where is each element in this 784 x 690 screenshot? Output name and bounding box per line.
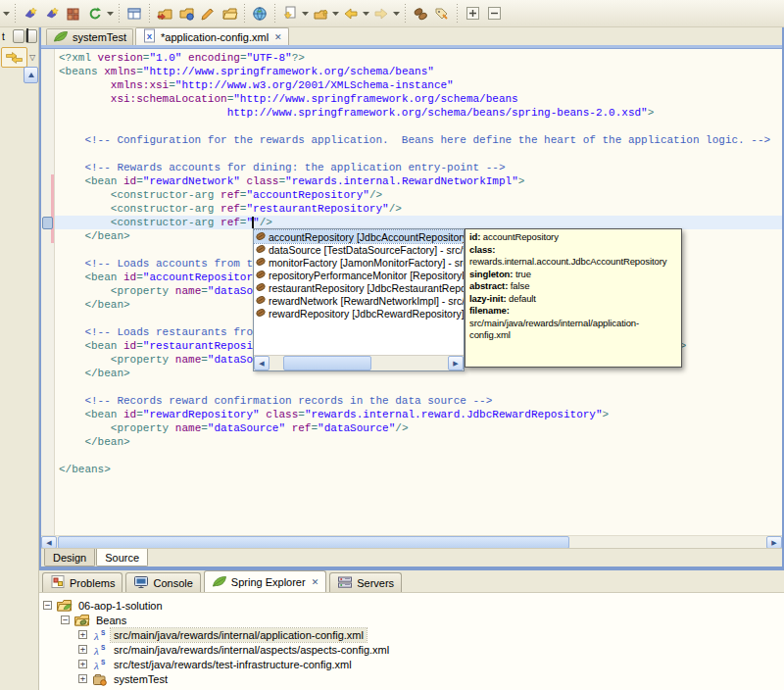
expand-expander-icon[interactable]: +: [78, 630, 87, 639]
view-menu-caret-icon[interactable]: ▽: [27, 53, 37, 62]
new-package-icon[interactable]: [63, 3, 84, 25]
dropdown-caret-icon[interactable]: [301, 3, 310, 25]
popup-scroll-left-icon[interactable]: ◀: [254, 356, 270, 370]
back-arrow-icon[interactable]: [340, 3, 362, 25]
web-globe-icon[interactable]: [249, 3, 270, 25]
tree-item-label[interactable]: src/main/java/rewards/internal/applicati…: [111, 628, 367, 642]
code-line[interactable]: <bean id="rewardNetwork" class="rewards.…: [59, 174, 782, 188]
code-line[interactable]: <beans xmlns="http://www.springframework…: [59, 65, 782, 78]
tag-arrow-icon[interactable]: [431, 3, 453, 25]
dropdown-caret-icon[interactable]: [392, 3, 401, 25]
new-wizard-icon[interactable]: [41, 3, 63, 25]
expand-expander-icon[interactable]: +: [78, 674, 87, 683]
bean-icon: [256, 270, 266, 281]
tooltip-field: id: accountRepository: [469, 231, 677, 244]
tree-item-label[interactable]: 06-aop-1-solution: [75, 599, 166, 613]
popup-scrollbar-thumb[interactable]: [283, 356, 371, 370]
code-line[interactable]: xsi:schemaLocation="http://www.springfra…: [59, 92, 782, 106]
popup-scrollbar-track[interactable]: [372, 356, 448, 370]
tree-row[interactable]: −06-aop-1-solution: [43, 598, 784, 613]
forward-arrow-icon[interactable]: [370, 3, 392, 25]
edit-pencil-icon[interactable]: [197, 3, 219, 25]
view-tab-console[interactable]: Console: [125, 572, 200, 592]
tree-row[interactable]: +systemTest: [43, 671, 784, 686]
file-down-arrow-icon[interactable]: [279, 3, 301, 25]
code-line[interactable]: <!-- Records reward confirmation records…: [59, 394, 782, 408]
code-line[interactable]: http://www.springframework.org/schema/be…: [59, 106, 782, 120]
tree-row[interactable]: +λSsrc/main/java/rewards/internal/applic…: [43, 627, 784, 642]
code-line[interactable]: [59, 449, 782, 463]
code-segment: <bean: [84, 340, 123, 352]
completion-item[interactable]: rewardRepository [JdbcRewardRepository] …: [254, 307, 464, 320]
open-folder-icon[interactable]: [219, 3, 240, 25]
popup-scroll-right-icon[interactable]: ▶: [448, 356, 464, 370]
expand-expander-icon[interactable]: +: [78, 645, 87, 654]
code-line[interactable]: [59, 120, 782, 133]
tree-item-label[interactable]: src/main/java/rewards/internal/aspects/a…: [111, 643, 392, 657]
tooltip-field-label: filename:: [469, 305, 510, 316]
editor-tab-systemtest[interactable]: systemTest: [46, 28, 133, 45]
code-line[interactable]: <!-- Rewards accounts for dining: the ap…: [59, 161, 782, 174]
tree-item-label[interactable]: systemTest: [111, 672, 171, 686]
code-line[interactable]: [59, 147, 782, 161]
collapse-expander-icon[interactable]: −: [61, 616, 70, 624]
export-folder-icon[interactable]: [175, 3, 197, 25]
element-range-indicator: [51, 174, 54, 243]
tree-item-label[interactable]: Beans: [93, 614, 129, 627]
code-segment: class: [246, 175, 278, 187]
completion-item[interactable]: monitorFactory [JamonMonitorFactory] - s…: [254, 256, 464, 269]
code-line[interactable]: </bean>: [59, 435, 782, 449]
svg-text:S: S: [101, 643, 106, 650]
popup-horizontal-scrollbar[interactable]: ◀ ▶: [254, 355, 464, 370]
completion-item[interactable]: accountRepository [JdbcAccountRepository…: [254, 230, 464, 243]
completion-item[interactable]: repositoryPerformanceMonitor [Repository…: [254, 269, 464, 281]
close-icon[interactable]: ✕: [312, 577, 319, 587]
dropdown-caret-icon[interactable]: [362, 3, 370, 25]
code-line[interactable]: xmlns:xsi="http://www.w3.org/2001/XMLSch…: [59, 78, 782, 92]
code-line[interactable]: [59, 380, 782, 394]
expand-all-icon[interactable]: [462, 3, 483, 25]
new-wizard-icon[interactable]: [20, 3, 41, 25]
overflow-caret-icon[interactable]: [2, 3, 11, 25]
minimize-view-button[interactable]: [13, 29, 24, 43]
view-tab-problems[interactable]: Problems: [42, 572, 122, 592]
tree-row[interactable]: +λSsrc/main/java/rewards/internal/aspect…: [43, 642, 784, 657]
editor-tab--application-config-xml[interactable]: X*application-config.xml✕: [135, 27, 289, 45]
code-line[interactable]: <constructor-arg ref="restaurantReposito…: [59, 202, 782, 216]
coffee-beans-icon[interactable]: [410, 3, 431, 25]
code-line[interactable]: </beans>: [59, 463, 782, 476]
completion-item[interactable]: restaurantRepository [JdbcRestaurantRepo…: [254, 281, 464, 294]
link-with-editor-icon[interactable]: [1, 47, 27, 68]
restore-view-button[interactable]: [25, 29, 37, 43]
page-tab-source[interactable]: Source: [96, 549, 148, 567]
code-line[interactable]: <property name="dataSource" ref="dataSou…: [59, 421, 782, 435]
show-view-table-icon[interactable]: [123, 3, 145, 25]
annotation-ruler[interactable]: [41, 49, 55, 536]
folder-up-arrow-icon[interactable]: [310, 3, 331, 25]
code-line[interactable]: <?xml version="1.0" encoding="UTF-8"?>: [59, 51, 782, 65]
completion-item[interactable]: rewardNetwork [RewardNetworkImpl] - src/…: [254, 294, 464, 307]
collapse-expander-icon[interactable]: −: [43, 601, 52, 610]
tree-row[interactable]: −Beans: [43, 613, 784, 627]
scroll-up-button[interactable]: [24, 67, 38, 83]
code-line[interactable]: <!-- Configuration for the rewards appli…: [59, 133, 782, 147]
tree-item-label[interactable]: src/test/java/rewards/test-infrastructur…: [111, 658, 355, 671]
close-icon[interactable]: ✕: [274, 32, 282, 42]
view-tab-spring-explorer[interactable]: Spring Explorer✕: [204, 570, 326, 592]
code-segment: "rewards.internal.reward.JdbcRewardRepos…: [305, 409, 603, 420]
tree-row[interactable]: +λSsrc/test/java/rewards/test-infrastruc…: [43, 657, 784, 671]
dropdown-caret-icon[interactable]: [106, 3, 115, 25]
code-line[interactable]: <constructor-arg ref=""/>: [55, 216, 782, 229]
code-line[interactable]: <bean id="rewardRepository" class="rewar…: [59, 408, 782, 421]
import-folder-icon[interactable]: [154, 3, 175, 25]
code-segment: name: [175, 354, 201, 366]
editor-horizontal-scrollbar[interactable]: ◀ ▶: [41, 535, 782, 549]
expand-expander-icon[interactable]: +: [78, 660, 87, 668]
completion-item[interactable]: dataSource [TestDataSourceFactory] - src…: [254, 243, 464, 256]
view-tab-servers[interactable]: Servers: [329, 572, 402, 592]
refresh-icon[interactable]: [84, 3, 106, 25]
dropdown-caret-icon[interactable]: [331, 3, 340, 25]
code-line[interactable]: <constructor-arg ref="accountRepository"…: [59, 188, 782, 202]
page-tab-design[interactable]: Design: [44, 549, 95, 567]
collapse-all-icon[interactable]: [483, 3, 505, 25]
